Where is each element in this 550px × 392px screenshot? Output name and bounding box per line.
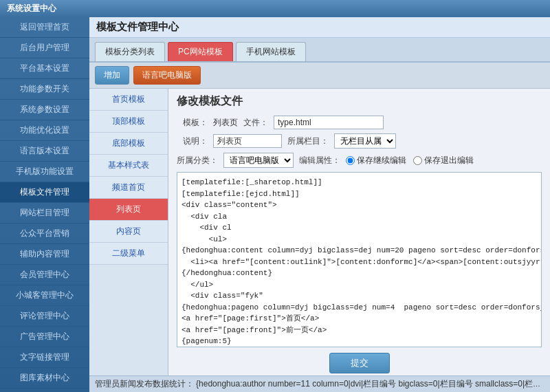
- radio-continue-label: 保存继续编辑: [357, 155, 406, 166]
- code-editor[interactable]: [templatefile:[_sharetop.html]] [templat…: [177, 172, 542, 347]
- sidebar-item-users[interactable]: 后台用户管理: [0, 38, 89, 58]
- content-area: 模板文件管理中心 模板分类列表 PC网站模板 手机网站模板 增加 语言吧电脑版 …: [89, 17, 550, 392]
- cat-col-label: 所属栏目：: [287, 135, 329, 147]
- sidebar-item-ads[interactable]: 广告管理中心: [0, 327, 89, 347]
- add-button[interactable]: 增加: [95, 66, 129, 85]
- sidebar-item-sysparams[interactable]: 系统参数设置: [0, 100, 89, 120]
- edit-panel: 修改模板文件 模板： 列表页 文件： 说明： 所属栏目： 无栏目从属: [168, 89, 550, 375]
- sidebar-item-wechat[interactable]: 公众平台营销: [0, 224, 89, 244]
- submit-button[interactable]: 提交: [329, 353, 390, 373]
- radio-continue[interactable]: 保存继续编辑: [346, 155, 406, 166]
- template-nav-footer[interactable]: 底部模板: [89, 133, 168, 155]
- sidebar-item-auxiliary[interactable]: 辅助内容管理: [0, 244, 89, 265]
- template-label: 模板：: [177, 117, 208, 129]
- form-row-category: 所属分类： 语言吧电脑版 编辑属性： 保存继续编辑 保存退出编辑: [177, 153, 542, 168]
- template-nav-css[interactable]: 基本样式表: [89, 155, 168, 177]
- sidebar-item-templates[interactable]: 模板文件管理: [0, 182, 89, 203]
- sidebar-item-textlinks[interactable]: 文字链接管理: [0, 347, 89, 368]
- sidebar-item-langver[interactable]: 语言版本设置: [0, 141, 89, 162]
- sidebar-item-reviews[interactable]: 评论管理中心: [0, 306, 89, 327]
- template-value: 列表页: [213, 117, 238, 129]
- tab-mobile-template[interactable]: 手机网站模板: [236, 42, 306, 61]
- sub-toolbar: 增加 语言吧电脑版: [89, 63, 550, 89]
- sidebar-item-gallery[interactable]: 图库素材中心: [0, 368, 89, 389]
- sidebar-item-return[interactable]: 返回管理首页: [0, 17, 89, 38]
- panel-layout: 首页模板 顶部模板 底部模板 基本样式表 频道首页 列表页 内容页 二级菜单 修…: [89, 89, 550, 375]
- template-nav-content[interactable]: 内容页: [89, 221, 168, 243]
- desc-label: 说明：: [177, 135, 208, 147]
- cat-class-select[interactable]: 语言吧电脑版: [223, 153, 294, 168]
- file-input[interactable]: [274, 116, 384, 129]
- desc-input[interactable]: [213, 134, 282, 148]
- edit-attr-label: 编辑属性：: [299, 155, 340, 166]
- bottom-bar: 管理员新闻发布数据统计： {hedonghua:author number=11…: [89, 375, 550, 392]
- sidebar-item-platform[interactable]: 平台基本设置: [0, 58, 89, 79]
- cat-class-label: 所属分类：: [177, 155, 218, 166]
- file-label: 文件：: [243, 117, 268, 129]
- cat-col-select[interactable]: 无栏目从属: [334, 133, 396, 149]
- template-nav: 首页模板 顶部模板 底部模板 基本样式表 频道首页 列表页 内容页 二级菜单: [89, 89, 168, 375]
- tab-pc-template[interactable]: PC网站模板: [168, 42, 233, 61]
- tab-template-list[interactable]: 模板分类列表: [95, 42, 165, 61]
- sidebar-item-seo[interactable]: SEO管理中心: [0, 389, 89, 392]
- form-row-template: 模板： 列表页 文件：: [177, 116, 542, 129]
- template-nav-homepage[interactable]: 首页模板: [89, 89, 168, 111]
- form-row-description: 说明： 所属栏目： 无栏目从属: [177, 133, 542, 149]
- top-nav: 模板分类列表 PC网站模板 手机网站模板: [89, 38, 550, 63]
- template-nav-list[interactable]: 列表页: [89, 199, 168, 221]
- sidebar-item-columns[interactable]: 网站栏目管理: [0, 203, 89, 224]
- sidebar-item-features[interactable]: 功能参数开关: [0, 79, 89, 100]
- sidebar-item-funcopt[interactable]: 功能优化设置: [0, 120, 89, 141]
- radio-exit[interactable]: 保存退出编辑: [413, 155, 474, 166]
- template-nav-submenu[interactable]: 二级菜单: [89, 243, 168, 265]
- bottom-stats-label: 管理员新闻发布数据统计：: [95, 379, 194, 389]
- sidebar: 返回管理首页 后台用户管理 平台基本设置 功能参数开关 系统参数设置 功能优化设…: [0, 17, 89, 392]
- sidebar-item-mobile[interactable]: 手机版功能设置: [0, 162, 89, 182]
- edit-attr-radios: 保存继续编辑 保存退出编辑: [346, 155, 474, 166]
- page-title: 模板文件管理中心: [89, 17, 550, 38]
- bottom-stats-value: {hedonghua:author number=11 column=0|dvi…: [196, 379, 550, 389]
- top-bar: 系统设置中心: [0, 0, 550, 17]
- sidebar-item-smallcity[interactable]: 小城客管理中心: [0, 285, 89, 306]
- template-nav-channel[interactable]: 频道首页: [89, 177, 168, 199]
- edit-panel-title: 修改模板文件: [177, 94, 542, 109]
- top-bar-title: 系统设置中心: [7, 3, 56, 13]
- sidebar-item-members[interactable]: 会员管理中心: [0, 265, 89, 285]
- template-nav-header[interactable]: 顶部模板: [89, 111, 168, 133]
- lang-bar-btn[interactable]: 语言吧电脑版: [133, 66, 201, 85]
- radio-exit-label: 保存退出编辑: [424, 155, 474, 166]
